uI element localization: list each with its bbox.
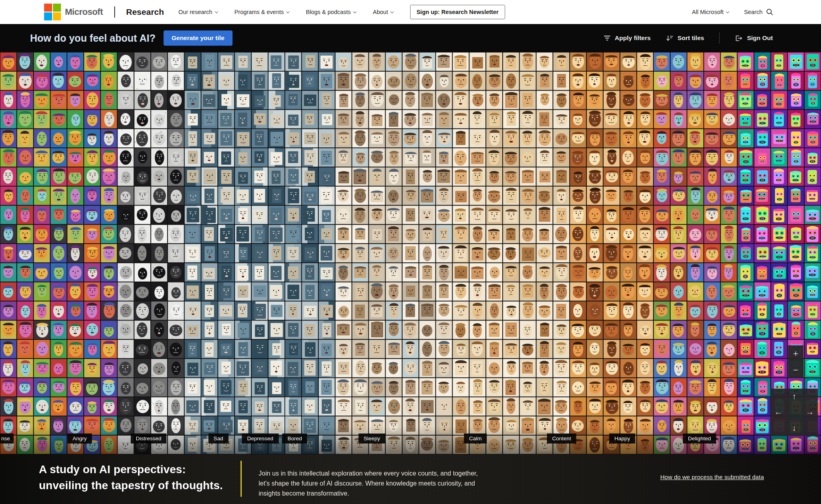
emotion-label-happy: Happy — [609, 433, 635, 444]
zoom-in-button[interactable]: + — [788, 345, 803, 362]
chevron-down-icon — [214, 10, 218, 13]
footer-heading: A study on AI perspectives: unveiling th… — [39, 462, 223, 494]
pan-up-button[interactable]: ↑ — [786, 389, 802, 404]
footer-yellow-divider — [241, 461, 242, 497]
emotion-label-sleepy: Sleepy — [358, 433, 385, 444]
study-footer: A study on AI perspectives: unveiling th… — [0, 454, 821, 504]
top-navbar: Microsoft Research Our research Programs… — [0, 0, 821, 24]
navbar-left: Microsoft Research Our research Programs… — [44, 4, 505, 20]
logo-square-blue — [44, 12, 52, 20]
primary-nav: Our research Programs & events Blogs & p… — [178, 9, 393, 15]
chevron-down-icon — [353, 10, 356, 13]
emotion-label-bored: Bored — [282, 433, 307, 444]
footer-heading-line2: unveiling the tapestry of thoughts. — [39, 478, 223, 494]
nav-label: Our research — [178, 9, 212, 15]
campaign-toolbar: How do you feel about AI? Generate your … — [0, 24, 821, 52]
emotion-label-depressed: Depressed — [242, 433, 279, 444]
logo-square-red — [44, 4, 52, 12]
data-processing-link[interactable]: How do we process the submitted data — [660, 474, 764, 480]
pan-left-button[interactable]: ← — [770, 404, 786, 420]
nav-our-research[interactable]: Our research — [178, 9, 218, 15]
sign-out-button[interactable]: Sign Out — [735, 34, 773, 42]
pan-down-button[interactable]: ↓ — [786, 420, 802, 436]
all-microsoft-menu[interactable]: All Microsoft — [692, 9, 729, 15]
sign-out-label: Sign Out — [747, 34, 773, 42]
footer-heading-line1: A study on AI perspectives: — [39, 462, 223, 478]
chevron-down-icon — [286, 10, 289, 13]
research-brand[interactable]: Research — [126, 7, 164, 17]
footer-description: Join us in this intellectual exploration… — [259, 469, 478, 498]
filter-icon — [603, 35, 611, 41]
search-icon — [766, 8, 774, 16]
page-title: How do you feel about AI? — [30, 32, 156, 44]
toolbar-actions: Apply filters Sort tiles Sign Out — [603, 32, 773, 44]
generate-tile-button[interactable]: Generate your tile — [164, 30, 233, 46]
all-microsoft-label: All Microsoft — [692, 9, 724, 15]
search-button[interactable]: Search — [744, 8, 774, 16]
tile-mosaic: nseAngryDistressedSadDepressedBoredSleep… — [0, 52, 821, 454]
nav-label: About — [373, 9, 388, 15]
pan-control-pad: ↑ ← → ↓ — [770, 389, 818, 436]
logo-square-yellow — [53, 12, 61, 20]
logo-square-green — [53, 4, 61, 12]
page: Microsoft Research Our research Programs… — [0, 0, 821, 504]
microsoft-logo-icon[interactable] — [44, 4, 61, 20]
newsletter-signup-button[interactable]: Sign up: Research Newsletter — [410, 5, 505, 19]
nav-about[interactable]: About — [373, 9, 393, 15]
nav-label: Programs & events — [235, 9, 284, 15]
nav-label: Blogs & podcasts — [306, 9, 351, 15]
nav-blogs-podcasts[interactable]: Blogs & podcasts — [306, 9, 356, 15]
navbar-right: All Microsoft Search — [692, 8, 774, 16]
toolbar-divider — [719, 32, 720, 44]
sort-descending-icon — [666, 35, 673, 42]
zoom-panel: + − — [788, 345, 803, 378]
nav-programs-events[interactable]: Programs & events — [235, 9, 289, 15]
emotion-label-delighted: Delighted — [683, 433, 716, 444]
apply-filters-button[interactable]: Apply filters — [603, 34, 651, 42]
apply-filters-label: Apply filters — [615, 34, 651, 42]
emotion-label-distressed: Distressed — [131, 433, 167, 444]
emotion-label-sad: Sad — [208, 433, 229, 444]
pan-right-button[interactable]: → — [802, 404, 818, 420]
emotion-label-angry: Angry — [67, 433, 92, 444]
sign-out-icon — [735, 35, 743, 42]
search-label: Search — [744, 9, 762, 15]
chevron-down-icon — [390, 10, 394, 13]
navbar-divider — [114, 6, 115, 18]
emotion-label-nse: nse — [0, 433, 14, 444]
emotion-label-calm: Calm — [464, 433, 487, 444]
zoom-out-button[interactable]: − — [788, 362, 803, 378]
microsoft-wordmark[interactable]: Microsoft — [65, 7, 103, 17]
sort-tiles-label: Sort tiles — [677, 34, 704, 42]
sort-tiles-button[interactable]: Sort tiles — [666, 34, 704, 42]
emotion-label-content: Content — [547, 433, 576, 444]
chevron-down-icon — [726, 10, 729, 13]
mosaic-canvas[interactable] — [0, 52, 821, 454]
